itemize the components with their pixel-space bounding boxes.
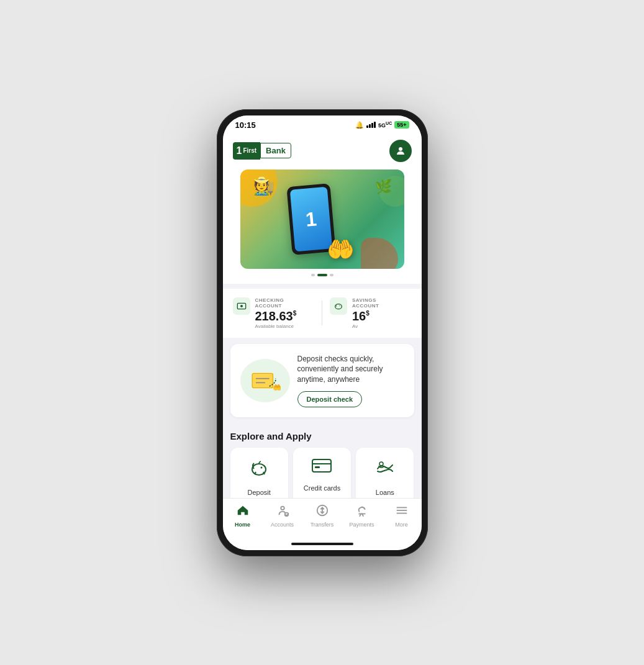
explore-grid: Deposit accounts Credit cards (230, 448, 414, 497)
transfers-svg (315, 504, 329, 517)
credit-cards-icon (312, 458, 332, 477)
signal-bars (366, 122, 376, 128)
notification-icon: 🔔 (355, 121, 364, 129)
piggy-bank-icon (249, 458, 269, 477)
hero-banner: 🧑‍🌾 1 🤲 🌿 (223, 170, 422, 284)
checking-icon (233, 297, 250, 315)
explore-deposit-accounts[interactable]: Deposit accounts (230, 448, 288, 497)
svg-point-15 (281, 506, 284, 510)
checking-label: CHECKING ACCOUNT (255, 297, 315, 309)
nav-transfers-label: Transfers (311, 522, 334, 528)
explore-credit-cards[interactable]: Credit cards (293, 448, 351, 497)
profile-button[interactable] (389, 140, 412, 162)
savings-account[interactable]: SAVINGS ACCOUNT 16$ Av (330, 297, 412, 329)
user-icon (395, 145, 406, 156)
nav-transfers[interactable]: Transfers (307, 504, 338, 528)
svg-text:🤲: 🤲 (272, 383, 280, 392)
deposit-accounts-label: Deposit accounts (237, 488, 282, 497)
home-icon (236, 504, 250, 520)
logo-first: First (243, 147, 256, 154)
dot-1[interactable] (311, 274, 315, 276)
logo-number: 1 (237, 145, 242, 156)
savings-avail: Av (352, 323, 412, 329)
accounts-divider (322, 301, 322, 325)
hero-image: 🧑‍🌾 1 🤲 🌿 (240, 170, 404, 269)
credit-card-icon (312, 458, 332, 473)
accounts-strip: CHECKING ACCOUNT 218.63$ Available balan… (223, 289, 422, 338)
dot-3[interactable] (330, 274, 333, 276)
status-icons: 🔔 5GUC 55+ (355, 121, 409, 129)
logo-green-box: 1 First (233, 142, 261, 160)
savings-details: SAVINGS ACCOUNT 16$ Av (352, 297, 412, 329)
explore-loans[interactable]: Loans (356, 448, 414, 497)
bg-shape-2 (361, 238, 398, 269)
explore-section: Explore and Apply (223, 423, 422, 497)
svg-point-0 (399, 147, 402, 151)
home-indicator (223, 538, 422, 550)
explore-title: Explore and Apply (230, 431, 414, 441)
svg-point-14 (379, 462, 383, 466)
payments-icon (355, 504, 369, 520)
payments-svg (355, 504, 369, 517)
nav-accounts[interactable]: Accounts (267, 504, 298, 528)
promo-description: Deposit checks quickly, conveniently and… (297, 354, 404, 385)
loans-icon (375, 458, 395, 482)
deposit-accounts-icon (249, 458, 269, 482)
nav-payments[interactable]: Payments (347, 504, 378, 528)
checking-account[interactable]: CHECKING ACCOUNT 218.63$ Available balan… (233, 297, 315, 329)
dot-2[interactable] (317, 274, 327, 276)
svg-point-2 (240, 305, 243, 307)
savings-icon (330, 297, 347, 315)
handshake-icon (375, 458, 395, 477)
nav-home-label: Home (235, 522, 250, 528)
nav-accounts-label: Accounts (271, 522, 294, 528)
battery-indicator: 55+ (394, 121, 409, 129)
bank-logo: 1 First Bank (233, 142, 291, 160)
network-type: 5GUC (378, 121, 392, 129)
savings-label: SAVINGS ACCOUNT (352, 297, 412, 309)
accounts-svg (276, 504, 289, 517)
nav-more[interactable]: More (386, 504, 417, 528)
nav-payments-label: Payments (349, 522, 374, 528)
bottom-nav: Home Accounts (223, 498, 422, 538)
checking-balance: 218.63$ (255, 309, 315, 323)
app-header: 1 First Bank (223, 132, 422, 170)
carousel-dots (223, 269, 422, 279)
more-icon (395, 504, 409, 520)
accounts-icon (276, 504, 289, 520)
nav-home[interactable]: Home (227, 504, 258, 528)
home-svg (236, 504, 250, 517)
more-svg (395, 504, 409, 517)
phone-frame: 10:15 🔔 5GUC 55+ 1 First Bank (217, 109, 428, 556)
checking-avail: Available balance (255, 323, 315, 329)
check-illustration: 🤲 (250, 368, 281, 393)
logo-bank: Bank (260, 143, 291, 158)
deposit-check-button[interactable]: Deposit check (297, 391, 363, 407)
promo-text: Deposit checks quickly, conveniently and… (297, 354, 404, 407)
promo-illustration: 🤲 (240, 359, 290, 402)
home-bar (291, 543, 353, 545)
hero-figure: 🧑‍🌾 (253, 176, 274, 196)
credit-cards-label: Credit cards (304, 484, 340, 492)
svg-point-10 (261, 467, 263, 469)
svg-rect-11 (312, 459, 331, 472)
transfers-icon (315, 504, 329, 520)
phone-screen: 10:15 🔔 5GUC 55+ 1 First Bank (223, 115, 422, 550)
hero-phone-screen: 1 (290, 186, 332, 251)
promo-card: 🤲 Deposit checks quickly, conveniently a… (230, 344, 414, 417)
status-time: 10:15 (235, 120, 256, 130)
svg-rect-13 (315, 466, 320, 468)
status-bar: 10:15 🔔 5GUC 55+ (223, 115, 422, 132)
dollar-icon (237, 301, 247, 311)
hero-decoration: 🌿 (375, 179, 392, 195)
nav-more-label: More (395, 522, 408, 528)
main-content: 1 First Bank (223, 132, 422, 498)
savings-balance: 16$ (352, 309, 412, 323)
checking-details: CHECKING ACCOUNT 218.63$ Available balan… (255, 297, 315, 329)
piggy-icon (333, 301, 343, 311)
loans-label: Loans (376, 488, 394, 497)
svg-point-4 (339, 305, 340, 305)
